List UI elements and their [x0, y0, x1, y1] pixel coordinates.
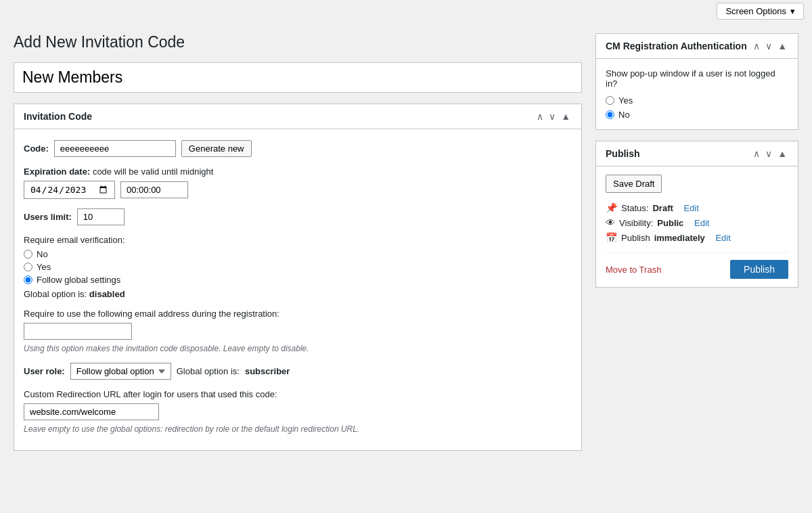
post-title-input[interactable]	[14, 62, 582, 93]
email-hint: Using this option makes the invitation c…	[24, 344, 572, 353]
user-role-label: User role:	[24, 366, 65, 376]
cm-panel-controls: ∧ ∨ ▲	[752, 41, 788, 51]
visibility-edit-link[interactable]: Edit	[694, 218, 709, 228]
email-verify-no-option[interactable]: No	[24, 249, 572, 259]
status-value: Draft	[652, 203, 673, 213]
email-verify-follow-radio[interactable]	[24, 275, 32, 284]
move-to-trash-link[interactable]: Move to Trash	[606, 265, 661, 275]
expiration-row: Expiration date: code will be valid unti…	[24, 166, 572, 199]
email-verify-radio-group: No Yes Follow global settings	[24, 249, 572, 285]
expiration-date-input[interactable]	[24, 181, 115, 199]
users-limit-label: Users limit:	[24, 212, 72, 222]
email-verify-section: Require email verification: No Yes Fo	[24, 235, 572, 299]
publish-panel-header: Publish ∧ ∨ ▲	[596, 141, 798, 166]
screen-options-label: Screen Options	[725, 6, 786, 16]
global-option-prefix: Global option is:	[24, 289, 89, 299]
main-content: Add New Invitation Code Invitation Code …	[14, 33, 582, 462]
publish-button[interactable]: Publish	[730, 260, 788, 279]
publish-actions: Move to Trash Publish	[606, 252, 788, 279]
expiration-time-input[interactable]	[120, 181, 188, 198]
redirection-label: Custom Redirection URL after login for u…	[24, 389, 572, 399]
email-verify-follow-option[interactable]: Follow global settings	[24, 275, 572, 285]
save-draft-button[interactable]: Save Draft	[606, 175, 662, 193]
code-row: Code: Generate new	[24, 140, 572, 157]
panel-collapse-down-button[interactable]: ∨	[547, 112, 557, 121]
code-label: Code:	[24, 143, 49, 154]
email-address-section: Require to use the following email addre…	[24, 309, 572, 353]
email-verify-yes-label: Yes	[37, 262, 51, 272]
auth-yes-label: Yes	[618, 95, 633, 106]
expiration-inputs	[24, 181, 572, 199]
cm-registration-panel-body: Show pop-up window if a user is not logg…	[596, 59, 798, 129]
user-role-select[interactable]: Follow global option Subscriber Contribu…	[70, 363, 171, 380]
publish-time-label: Publish	[621, 233, 650, 243]
email-verify-no-radio[interactable]	[24, 250, 32, 259]
visibility-label: Visibility:	[619, 218, 653, 228]
publish-panel-down-button[interactable]: ∨	[764, 149, 773, 158]
global-option-text: Global option is: disabled	[24, 289, 572, 299]
cm-registration-panel-title: CM Registration Authentication	[606, 41, 747, 51]
auth-no-radio[interactable]	[606, 110, 614, 119]
cm-registration-panel: CM Registration Authentication ∧ ∨ ▲ Sho…	[595, 33, 798, 130]
users-limit-input[interactable]	[77, 208, 125, 225]
users-limit-row: Users limit:	[24, 208, 572, 225]
publish-time-row: 📅 Publish immediately Edit	[606, 232, 788, 243]
global-option-role-value: subscriber	[245, 366, 290, 376]
global-option-value: disabled	[89, 289, 125, 299]
email-verify-follow-label: Follow global settings	[37, 275, 120, 285]
email-address-input[interactable]	[24, 323, 132, 340]
invitation-code-panel-header: Invitation Code ∧ ∨ ▲	[14, 104, 581, 129]
email-verify-no-label: No	[37, 249, 48, 259]
publish-panel-body: Save Draft 📌 Status: Draft Edit 👁 Visibi…	[596, 166, 798, 287]
visibility-icon: 👁	[606, 217, 615, 228]
status-edit-link[interactable]: Edit	[683, 203, 698, 213]
calendar-icon: 📅	[606, 232, 617, 243]
status-icon: 📌	[606, 202, 617, 213]
invitation-code-panel-title: Invitation Code	[24, 111, 92, 122]
auth-yes-radio[interactable]	[606, 96, 614, 105]
invitation-code-panel: Invitation Code ∧ ∨ ▲ Code: Generate new	[14, 104, 582, 451]
visibility-row: 👁 Visibility: Public Edit	[606, 217, 788, 228]
panel-controls: ∧ ∨ ▲	[535, 112, 572, 121]
cm-panel-down-button[interactable]: ∨	[764, 41, 773, 51]
auth-no-option[interactable]: No	[606, 110, 788, 120]
invitation-code-panel-body: Code: Generate new Expiration date: code…	[14, 129, 581, 450]
auth-no-label: No	[618, 110, 630, 120]
auth-yes-option[interactable]: Yes	[606, 95, 788, 106]
cm-panel-up-button[interactable]: ∧	[752, 41, 761, 51]
global-option-role-prefix: Global option is:	[177, 366, 240, 376]
visibility-value: Public	[657, 218, 683, 228]
publish-panel-title: Publish	[606, 148, 640, 159]
publish-panel-controls: ∧ ∨ ▲	[752, 149, 788, 158]
publish-panel-toggle-button[interactable]: ▲	[776, 149, 788, 158]
email-address-label: Require to use the following email addre…	[24, 309, 572, 319]
generate-new-button[interactable]: Generate new	[181, 140, 252, 157]
screen-options-button[interactable]: Screen Options ▾	[717, 3, 804, 20]
status-row: 📌 Status: Draft Edit	[606, 202, 788, 213]
publish-time-value: immediately	[654, 233, 705, 243]
user-role-row: User role: Follow global option Subscrib…	[24, 363, 572, 380]
panel-toggle-button[interactable]: ▲	[560, 112, 572, 121]
cm-registration-panel-header: CM Registration Authentication ∧ ∨ ▲	[596, 34, 798, 59]
publish-time-edit-link[interactable]: Edit	[715, 233, 730, 243]
screen-options-chevron: ▾	[790, 6, 795, 16]
page-title: Add New Invitation Code	[14, 33, 582, 51]
publish-panel: Publish ∧ ∨ ▲ Save Draft 📌 Status: Draft…	[595, 141, 798, 288]
cm-panel-toggle-button[interactable]: ▲	[776, 41, 788, 51]
page-container: Add New Invitation Code Invitation Code …	[0, 22, 812, 472]
redirection-hint: Leave empty to use the global options: r…	[24, 424, 572, 434]
panel-collapse-up-button[interactable]: ∧	[535, 112, 545, 121]
status-label: Status:	[621, 203, 648, 213]
expiration-label: Expiration date: code will be valid unti…	[24, 166, 572, 177]
code-input[interactable]	[54, 140, 176, 157]
auth-radio-group: Yes No	[606, 95, 788, 120]
screen-options-bar: Screen Options ▾	[0, 0, 812, 22]
expiration-label-rest: code will be valid until midnight	[93, 166, 213, 177]
email-verify-yes-radio[interactable]	[24, 263, 32, 271]
publish-panel-up-button[interactable]: ∧	[752, 149, 761, 158]
auth-question: Show pop-up window if a user is not logg…	[606, 68, 788, 89]
sidebar: CM Registration Authentication ∧ ∨ ▲ Sho…	[595, 33, 798, 298]
redirection-url-input[interactable]	[24, 403, 159, 420]
email-verify-yes-option[interactable]: Yes	[24, 262, 572, 272]
redirection-section: Custom Redirection URL after login for u…	[24, 389, 572, 434]
